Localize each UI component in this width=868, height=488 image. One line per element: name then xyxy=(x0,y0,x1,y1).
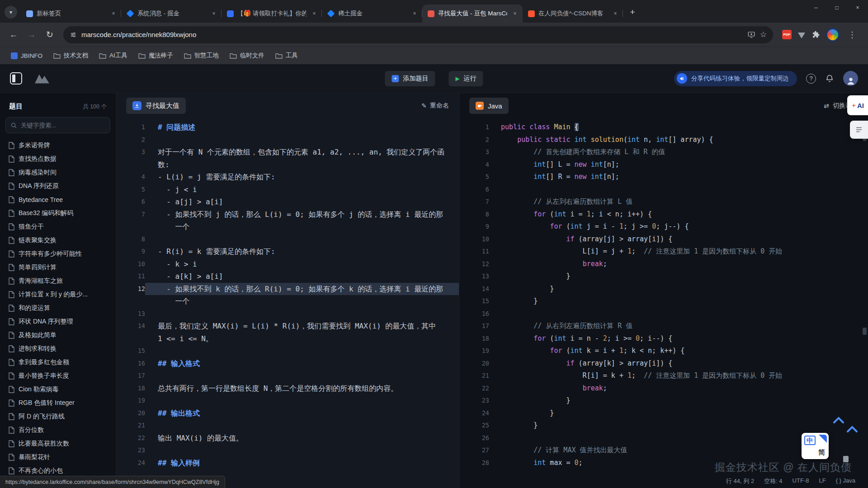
problem-list-item[interactable]: 拿到最多红包金额 xyxy=(0,356,116,369)
browser-tab[interactable]: 新标签页× xyxy=(21,5,121,23)
problem-item-label: 简单四则计算 xyxy=(19,263,57,272)
problem-list-item[interactable]: 链表聚集交换 xyxy=(0,234,116,247)
run-button[interactable]: ▶ 运行 xyxy=(448,71,483,86)
install-app-icon[interactable] xyxy=(747,31,755,39)
problem-list-item[interactable]: 比赛最高获胜次数 xyxy=(0,437,116,450)
line-text xyxy=(145,370,459,382)
bookmark-item[interactable]: 智慧工地 xyxy=(179,50,223,61)
code-text: } xyxy=(489,394,571,407)
problem-item-label: RGB 色值转 Integer xyxy=(19,399,75,407)
tab-close-icon[interactable]: × xyxy=(210,9,218,18)
browser-tab[interactable]: 寻找最大值 - 豆包 MarsCo× xyxy=(422,5,523,23)
editor-scrollbar[interactable] xyxy=(863,121,867,488)
maximize-button[interactable]: □ xyxy=(826,0,847,15)
status-item: { } Java xyxy=(836,477,855,485)
share-banner[interactable]: 分享代码练习体验，领限量定制周边 xyxy=(674,71,797,86)
problem-list-item[interactable]: 病毒感染时间 xyxy=(0,166,116,179)
problem-list-item[interactable]: DNA 序列还原 xyxy=(0,179,116,193)
forward-button[interactable]: → xyxy=(24,27,40,43)
rename-button[interactable]: ✎ 重命名 xyxy=(421,102,449,110)
line-number: 6 xyxy=(459,183,489,196)
code-line: 14 } xyxy=(459,283,868,296)
browser-tab[interactable]: 系统消息 - 掘金× xyxy=(121,5,222,23)
problem-list-item[interactable]: 最小替换子串长度 xyxy=(0,369,116,383)
user-avatar[interactable] xyxy=(843,71,858,86)
bookmark-item[interactable]: 魔法棒子 xyxy=(134,50,178,61)
extension-icon[interactable] xyxy=(798,33,805,38)
translate-widget[interactable]: 中 简 xyxy=(802,433,829,459)
site-info-icon[interactable] xyxy=(70,31,77,38)
problem-list-item[interactable]: 及格如此简单 xyxy=(0,328,116,342)
problem-list-item[interactable]: 环状 DNA 序列整理 xyxy=(0,315,116,328)
close-button[interactable]: × xyxy=(847,0,868,15)
scroll-top-icon[interactable] xyxy=(833,417,844,426)
minimize-button[interactable]: ─ xyxy=(806,0,826,15)
tab-title: 系统消息 - 掘金 xyxy=(137,9,206,18)
problem-list-item[interactable]: 和的逆运算 xyxy=(0,301,116,315)
ai-assistant-button[interactable]: AI xyxy=(847,95,868,115)
browser-tab[interactable]: 稀土掘金× xyxy=(322,5,422,23)
search-box[interactable] xyxy=(5,117,110,133)
tab-close-icon[interactable]: × xyxy=(109,9,118,18)
bell-icon[interactable] xyxy=(825,74,834,83)
description-line: 8 xyxy=(116,233,459,246)
bookmark-item[interactable]: 工具 xyxy=(271,50,302,61)
problem-list-item[interactable]: 进制求和转换 xyxy=(0,342,116,356)
profile-avatar[interactable] xyxy=(826,28,839,41)
line-text: 1 <= i <= N。 xyxy=(145,333,459,345)
reload-button[interactable]: ↻ xyxy=(42,27,58,43)
browser-menu-icon[interactable]: ⋮ xyxy=(845,30,859,40)
tab-search-button[interactable]: ▾ xyxy=(5,6,17,19)
bookmark-item[interactable]: 临时文件 xyxy=(225,50,269,61)
add-problem-button[interactable]: + 添加题目 xyxy=(385,71,435,86)
problem-list-item[interactable]: Bytedance Tree xyxy=(0,193,116,206)
line-number: 26 xyxy=(459,432,489,445)
code-line: 16 xyxy=(459,308,868,320)
tab-close-icon[interactable]: × xyxy=(410,9,419,18)
url-text[interactable]: marscode.cn/practice/nnek809lxwjono xyxy=(81,31,743,38)
tab-close-icon[interactable]: × xyxy=(310,9,318,18)
problem-list-item[interactable]: 百分位数 xyxy=(0,423,116,437)
page-mini-icon[interactable] xyxy=(843,455,849,465)
line-number: 7 xyxy=(459,196,489,208)
help-icon[interactable]: ? xyxy=(806,74,816,84)
search-input[interactable] xyxy=(21,122,105,129)
problem-list-item[interactable]: 青海湖租车之旅 xyxy=(0,274,116,288)
back-button[interactable]: ← xyxy=(5,27,22,43)
browser-tab[interactable]: 【🎁 请领取打卡礼】你的× xyxy=(222,5,322,23)
problem-list-item[interactable]: 猫鱼分干 xyxy=(0,220,116,234)
pdf-extension-icon[interactable]: PDF xyxy=(782,30,792,39)
new-tab-button[interactable]: + xyxy=(626,5,639,19)
language-chip[interactable]: Java xyxy=(469,98,509,114)
tab-close-icon[interactable]: × xyxy=(611,9,619,18)
description-line: 24## 输入样例 xyxy=(116,457,459,469)
problem-list-item[interactable]: 查找热点数据 xyxy=(0,152,116,166)
line-number: 17 xyxy=(459,320,489,333)
problem-list-item[interactable]: 暴雨梨花针 xyxy=(0,450,116,464)
bookmark-item[interactable]: 技术文档 xyxy=(49,50,93,61)
bookmark-star-icon[interactable]: ☆ xyxy=(760,30,767,39)
sidebar-toggle-icon[interactable] xyxy=(10,72,22,84)
problem-list-item[interactable]: RGB 色值转 Integer xyxy=(0,396,116,410)
problem-list-item[interactable]: 多米诺骨牌 xyxy=(0,139,116,152)
problem-list-item[interactable]: Cion 勒索病毒 xyxy=(0,383,116,396)
address-bar[interactable]: marscode.cn/practice/nnek809lxwjono ☆ xyxy=(63,26,773,43)
extensions-puzzle-icon[interactable] xyxy=(811,30,820,39)
bookmark-item[interactable]: AI工具 xyxy=(94,50,132,61)
scroll-top-icon-2[interactable] xyxy=(846,426,858,435)
problem-list-item[interactable]: 计算位置 x 到 y 的最少... xyxy=(0,288,116,301)
code-text: // 首先创建两个数组来存储 L 和 R 的值 xyxy=(489,146,665,159)
bookmark-item[interactable]: JBINFO xyxy=(6,51,47,61)
problem-list-item[interactable]: 字符串有多少种可能性 xyxy=(0,247,116,261)
code-line: 8 for (int i = 1; i < n; i++) { xyxy=(459,208,868,221)
folder-icon xyxy=(53,52,61,59)
browser-tab[interactable]: 在人间负债^-CSDN博客× xyxy=(523,5,623,23)
problem-list-item[interactable]: Base32 编码和解码 xyxy=(0,206,116,220)
problem-list-item[interactable]: 阿 D 的飞行路线 xyxy=(0,410,116,423)
problem-list-item[interactable]: 简单四则计算 xyxy=(0,261,116,274)
document-icon xyxy=(8,169,14,176)
tab-close-icon[interactable]: × xyxy=(511,9,519,18)
problem-description[interactable]: 1# 问题描述23对于一个有 N 个元素的数组，包含如下的元素 a1, a2, … xyxy=(116,118,459,488)
extension-float-button[interactable] xyxy=(850,121,868,139)
description-line: 一个 xyxy=(116,221,459,233)
